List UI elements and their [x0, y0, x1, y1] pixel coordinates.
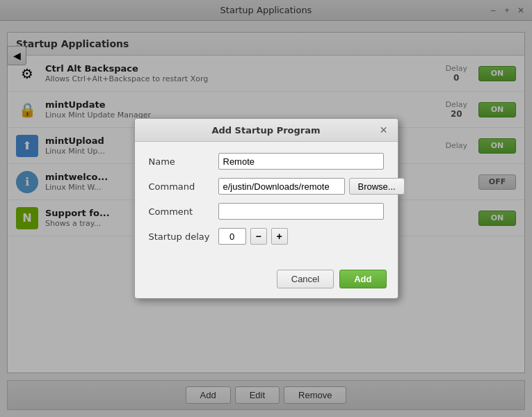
modal-footer: Cancel Add: [135, 264, 398, 298]
modal-body: Name Command Browse... Comment Startup d…: [135, 142, 398, 264]
add-startup-dialog: Add Startup Program ✕ Name Command Brows…: [134, 118, 398, 299]
comment-label: Comment: [149, 206, 218, 217]
modal-titlebar: Add Startup Program ✕: [135, 119, 398, 142]
delay-input[interactable]: [218, 228, 246, 245]
comment-row: Comment: [149, 203, 384, 220]
command-row: Command Browse...: [149, 178, 384, 195]
command-input[interactable]: [218, 178, 345, 195]
name-row: Name: [149, 153, 384, 170]
delay-row: Startup delay − +: [149, 228, 384, 245]
delay-decrease-button[interactable]: −: [250, 228, 267, 245]
delay-label: Startup delay: [149, 231, 218, 242]
comment-input[interactable]: [218, 203, 384, 220]
browse-button[interactable]: Browse...: [349, 178, 405, 195]
name-label: Name: [149, 156, 218, 167]
command-field-group: Browse...: [218, 178, 405, 195]
modal-close-button[interactable]: ✕: [378, 124, 389, 136]
command-label: Command: [149, 181, 218, 192]
delay-controls: − +: [218, 228, 288, 245]
modal-overlay: Add Startup Program ✕ Name Command Brows…: [0, 0, 532, 417]
delay-increase-button[interactable]: +: [271, 228, 288, 245]
cancel-button[interactable]: Cancel: [277, 270, 334, 288]
name-input[interactable]: [218, 153, 384, 170]
modal-add-button[interactable]: Add: [339, 270, 386, 288]
modal-title: Add Startup Program: [154, 125, 378, 136]
